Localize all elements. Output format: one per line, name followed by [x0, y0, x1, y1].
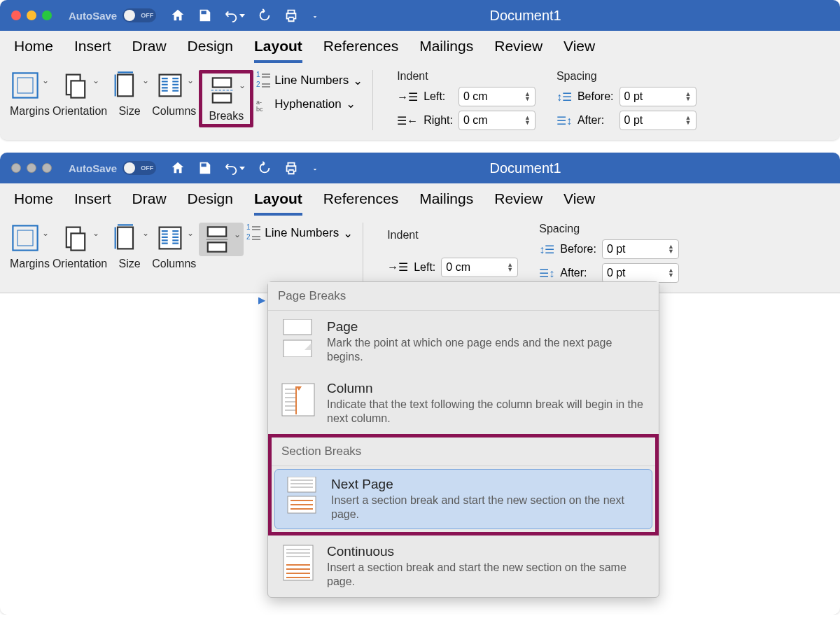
print-icon[interactable] [284, 160, 299, 176]
undo-icon[interactable] [223, 8, 246, 23]
column-break-icon [279, 381, 317, 421]
autosave-toggle[interactable]: OFF [122, 8, 156, 22]
spacing-before-input[interactable]: 0 pt▲▼ [620, 87, 696, 106]
tab-references[interactable]: References [323, 38, 398, 63]
indent-left-input[interactable]: 0 cm▲▼ [458, 87, 536, 106]
menu-item-next-page[interactable]: ▶ Next Page Insert a section break and s… [274, 469, 652, 529]
tab-review[interactable]: Review [494, 190, 542, 216]
line-numbers-button[interactable]: 12 Line Numbers⌄ [256, 70, 363, 91]
continuous-break-icon [279, 544, 317, 584]
indent-right-label: Right: [424, 114, 453, 127]
save-icon[interactable] [197, 8, 212, 23]
tab-mailings[interactable]: Mailings [419, 38, 473, 63]
redo-icon[interactable] [257, 160, 272, 176]
tab-review[interactable]: Review [494, 38, 542, 63]
autosave[interactable]: AutoSave OFF [69, 8, 156, 22]
spacing-after-input[interactable]: 0 pt▲▼ [602, 263, 679, 283]
tab-home[interactable]: Home [14, 190, 53, 216]
svg-rect-22 [208, 227, 226, 236]
tab-design[interactable]: Design [188, 38, 233, 63]
close-light[interactable] [11, 163, 21, 173]
size-button[interactable]: ⌄ Size [110, 223, 149, 270]
margins-button[interactable]: ⌄ Margins [10, 223, 50, 270]
spacing-after-input[interactable]: 0 pt▲▼ [620, 111, 696, 130]
svg-rect-3 [71, 80, 85, 97]
line-numbers-button[interactable]: 12 Line Numbers⌄ [246, 223, 353, 244]
breaks-button[interactable]: ⌄ Breaks [199, 223, 244, 273]
indent-left-icon: →☰ [397, 90, 418, 104]
tab-layout[interactable]: Layout [254, 38, 302, 63]
spacing-group: Spacing ↕☰ Before: 0 pt▲▼ ☰↕ After: 0 pt… [556, 70, 696, 130]
tab-view[interactable]: View [564, 38, 595, 63]
spacing-before-input[interactable]: 0 pt▲▼ [602, 239, 679, 259]
tab-insert[interactable]: Insert [74, 190, 111, 216]
spacing-after-icon: ☰↕ [556, 114, 572, 127]
tab-layout[interactable]: Layout [254, 190, 302, 216]
print-icon[interactable] [284, 8, 299, 23]
dropdown-section-section-breaks: Section Breaks [272, 438, 655, 466]
window-controls[interactable] [11, 10, 52, 20]
submenu-indicator-icon: ▶ [258, 295, 265, 305]
redo-icon[interactable] [257, 8, 272, 23]
columns-button[interactable]: ⌄ Columns [152, 70, 196, 118]
customize-qat-icon[interactable] [310, 160, 320, 176]
tab-draw[interactable]: Draw [132, 38, 167, 63]
spacing-before-label: Before: [578, 90, 614, 103]
layout-ribbon: ⌄ Margins ⌄ Orientation ⌄ Size ⌄ Columns… [0, 63, 840, 140]
indent-left-input[interactable]: 0 cm▲▼ [441, 258, 518, 277]
svg-text:1: 1 [256, 71, 260, 78]
page-break-icon [279, 319, 317, 360]
hyphenation-button[interactable]: a-bc Hyphenation⌄ [256, 97, 363, 111]
orientation-button[interactable]: ⌄ Orientation [52, 223, 107, 270]
titlebar: AutoSave OFF Document1 [0, 153, 840, 183]
indent-group: Indent →☰ Left: 0 cm▲▼ ☰← Right: 0 cm▲▼ [397, 70, 536, 130]
customize-qat-icon[interactable] [310, 8, 320, 23]
svg-rect-6 [213, 78, 231, 87]
menu-item-continuous[interactable]: Continuous Insert a section break and st… [268, 536, 659, 597]
columns-button[interactable]: ⌄ Columns [152, 223, 196, 270]
breaks-button-highlighted[interactable]: ⌄ Breaks [199, 70, 253, 127]
svg-rect-23 [208, 242, 226, 251]
home-icon[interactable] [170, 160, 186, 176]
home-icon[interactable] [170, 8, 186, 23]
margins-button[interactable]: ⌄ Margins [10, 70, 50, 118]
save-icon[interactable] [197, 160, 212, 176]
next-page-break-icon [284, 477, 321, 517]
menu-item-column-break[interactable]: Column Indicate that the text following … [268, 372, 659, 434]
autosave[interactable]: AutoSave OFF [69, 161, 156, 175]
quick-access-toolbar [170, 160, 320, 176]
quick-access-toolbar [170, 8, 320, 23]
tab-mailings[interactable]: Mailings [419, 190, 473, 216]
tab-draw[interactable]: Draw [132, 190, 167, 216]
section-breaks-highlighted: Section Breaks ▶ Next Page Insert a sect… [268, 434, 659, 536]
minimize-light[interactable] [27, 10, 36, 20]
zoom-light[interactable] [42, 10, 52, 20]
menu-item-page-break[interactable]: ▶ Page Mark the point at which one page … [268, 311, 659, 372]
svg-rect-17 [18, 230, 33, 246]
spacing-group: Spacing ↕☰ Before: 0 pt▲▼ ☰↕ After: 0 pt… [539, 223, 679, 283]
svg-text:2: 2 [256, 80, 260, 88]
window-controls[interactable] [11, 163, 52, 173]
tab-view[interactable]: View [564, 190, 595, 216]
minimize-light[interactable] [27, 163, 36, 173]
svg-rect-19 [71, 233, 85, 250]
svg-rect-30 [284, 319, 312, 335]
undo-icon[interactable] [223, 160, 246, 176]
tab-references[interactable]: References [323, 190, 398, 216]
size-button[interactable]: ⌄ Size [110, 70, 149, 118]
autosave-label: AutoSave [69, 10, 117, 22]
tab-home[interactable]: Home [14, 38, 53, 63]
orientation-button[interactable]: ⌄ Orientation [52, 70, 107, 118]
svg-rect-1 [18, 78, 33, 93]
svg-rect-7 [213, 93, 231, 102]
zoom-light[interactable] [42, 163, 52, 173]
svg-rect-0 [13, 73, 38, 97]
tab-insert[interactable]: Insert [74, 38, 111, 63]
svg-rect-4 [118, 75, 133, 97]
indent-right-input[interactable]: 0 cm▲▼ [458, 111, 536, 130]
tab-design[interactable]: Design [188, 190, 233, 216]
close-light[interactable] [11, 10, 21, 20]
svg-rect-20 [118, 227, 133, 249]
word-window-2: AutoSave OFF Document1 Home Insert Draw … [0, 153, 840, 615]
spacing-after-label: After: [578, 114, 614, 127]
